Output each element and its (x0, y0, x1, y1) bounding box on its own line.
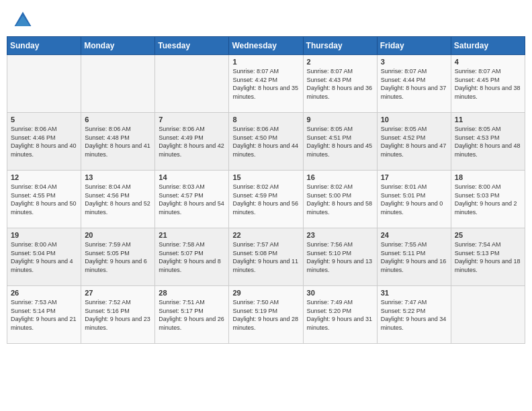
calendar-cell (81, 55, 155, 113)
day-number: 8 (232, 116, 299, 124)
calendar-cell: 29Sunrise: 7:50 AMSunset: 5:19 PMDayligh… (229, 286, 303, 344)
day-info: Sunrise: 7:57 AMSunset: 5:08 PMDaylight:… (232, 240, 299, 274)
day-info: Sunrise: 7:58 AMSunset: 5:07 PMDaylight:… (159, 240, 225, 274)
calendar-cell: 30Sunrise: 7:49 AMSunset: 5:20 PMDayligh… (303, 286, 377, 344)
calendar-cell: 10Sunrise: 8:05 AMSunset: 4:52 PMDayligh… (377, 113, 451, 171)
day-number: 23 (307, 231, 373, 239)
day-number: 24 (381, 231, 447, 239)
day-number: 1 (232, 58, 299, 66)
day-number: 12 (11, 173, 77, 181)
weekday-header: Wednesday (229, 37, 303, 55)
day-info: Sunrise: 7:54 AMSunset: 5:13 PMDaylight:… (455, 240, 521, 274)
calendar-cell: 31Sunrise: 7:47 AMSunset: 5:22 PMDayligh… (377, 286, 451, 344)
day-info: Sunrise: 7:51 AMSunset: 5:17 PMDaylight:… (159, 298, 225, 332)
calendar-cell: 12Sunrise: 8:04 AMSunset: 4:55 PMDayligh… (7, 171, 81, 228)
day-info: Sunrise: 8:01 AMSunset: 5:01 PMDaylight:… (381, 183, 447, 216)
calendar-cell: 14Sunrise: 8:03 AMSunset: 4:57 PMDayligh… (155, 171, 229, 228)
day-number: 29 (232, 289, 299, 297)
calendar-cell (155, 55, 229, 113)
calendar-cell: 28Sunrise: 7:51 AMSunset: 5:17 PMDayligh… (155, 286, 229, 344)
calendar-cell: 24Sunrise: 7:55 AMSunset: 5:11 PMDayligh… (377, 228, 451, 286)
day-info: Sunrise: 8:06 AMSunset: 4:50 PMDaylight:… (232, 125, 299, 158)
day-number: 10 (381, 116, 447, 124)
calendar-cell: 8Sunrise: 8:06 AMSunset: 4:50 PMDaylight… (229, 113, 303, 171)
day-number: 27 (85, 289, 151, 297)
day-number: 19 (11, 231, 77, 239)
day-number: 7 (159, 116, 225, 124)
calendar-cell: 23Sunrise: 7:56 AMSunset: 5:10 PMDayligh… (303, 228, 377, 286)
weekday-header: Tuesday (155, 37, 229, 55)
weekday-header: Sunday (7, 37, 81, 55)
calendar-cell: 2Sunrise: 8:07 AMSunset: 4:43 PMDaylight… (303, 55, 377, 113)
day-info: Sunrise: 8:03 AMSunset: 4:57 PMDaylight:… (159, 183, 225, 216)
calendar-cell (451, 286, 525, 344)
weekday-row: SundayMondayTuesdayWednesdayThursdayFrid… (7, 37, 525, 55)
calendar-cell: 7Sunrise: 8:06 AMSunset: 4:49 PMDaylight… (155, 113, 229, 171)
day-number: 31 (381, 289, 447, 297)
calendar-cell: 13Sunrise: 8:04 AMSunset: 4:56 PMDayligh… (81, 171, 155, 228)
day-info: Sunrise: 7:47 AMSunset: 5:22 PMDaylight:… (381, 298, 447, 332)
page: SundayMondayTuesdayWednesdayThursdayFrid… (0, 0, 532, 411)
calendar-week-row: 19Sunrise: 8:00 AMSunset: 5:04 PMDayligh… (7, 228, 525, 286)
calendar-table: SundayMondayTuesdayWednesdayThursdayFrid… (7, 36, 525, 344)
day-number: 26 (11, 289, 77, 297)
day-info: Sunrise: 8:04 AMSunset: 4:56 PMDaylight:… (85, 183, 151, 216)
day-number: 25 (455, 231, 521, 239)
calendar-cell: 11Sunrise: 8:05 AMSunset: 4:53 PMDayligh… (451, 113, 525, 171)
day-number: 6 (85, 116, 151, 124)
day-info: Sunrise: 7:55 AMSunset: 5:11 PMDaylight:… (381, 240, 447, 274)
day-info: Sunrise: 8:06 AMSunset: 4:46 PMDaylight:… (11, 125, 77, 158)
day-info: Sunrise: 7:50 AMSunset: 5:19 PMDaylight:… (232, 298, 299, 332)
calendar-week-row: 5Sunrise: 8:06 AMSunset: 4:46 PMDaylight… (7, 113, 525, 171)
day-info: Sunrise: 8:05 AMSunset: 4:52 PMDaylight:… (381, 125, 447, 158)
day-info: Sunrise: 8:00 AMSunset: 5:04 PMDaylight:… (11, 240, 77, 274)
calendar-cell (7, 55, 81, 113)
calendar-body: 1Sunrise: 8:07 AMSunset: 4:42 PMDaylight… (7, 55, 525, 344)
calendar: SundayMondayTuesdayWednesdayThursdayFrid… (0, 36, 532, 411)
day-number: 11 (455, 116, 521, 124)
day-info: Sunrise: 8:05 AMSunset: 4:53 PMDaylight:… (455, 125, 521, 158)
calendar-cell: 26Sunrise: 7:53 AMSunset: 5:14 PMDayligh… (7, 286, 81, 344)
day-number: 30 (307, 289, 373, 297)
day-info: Sunrise: 7:53 AMSunset: 5:14 PMDaylight:… (11, 298, 77, 332)
calendar-cell: 17Sunrise: 8:01 AMSunset: 5:01 PMDayligh… (377, 171, 451, 228)
day-info: Sunrise: 8:06 AMSunset: 4:48 PMDaylight:… (85, 125, 151, 158)
day-number: 5 (11, 116, 77, 124)
day-info: Sunrise: 8:02 AMSunset: 4:59 PMDaylight:… (232, 183, 299, 216)
day-number: 9 (307, 116, 373, 124)
day-number: 13 (85, 173, 151, 181)
day-number: 14 (159, 173, 225, 181)
day-info: Sunrise: 8:02 AMSunset: 5:00 PMDaylight:… (307, 183, 373, 216)
calendar-cell: 25Sunrise: 7:54 AMSunset: 5:13 PMDayligh… (451, 228, 525, 286)
day-number: 28 (159, 289, 225, 297)
calendar-cell: 15Sunrise: 8:02 AMSunset: 4:59 PMDayligh… (229, 171, 303, 228)
logo (12, 9, 36, 31)
calendar-cell: 18Sunrise: 8:00 AMSunset: 5:03 PMDayligh… (451, 171, 525, 228)
day-info: Sunrise: 8:06 AMSunset: 4:49 PMDaylight:… (159, 125, 225, 158)
calendar-cell: 3Sunrise: 8:07 AMSunset: 4:44 PMDaylight… (377, 55, 451, 113)
header (0, 0, 532, 36)
calendar-cell: 5Sunrise: 8:06 AMSunset: 4:46 PMDaylight… (7, 113, 81, 171)
day-number: 15 (232, 173, 299, 181)
day-number: 21 (159, 231, 225, 239)
day-number: 20 (85, 231, 151, 239)
day-info: Sunrise: 7:59 AMSunset: 5:05 PMDaylight:… (85, 240, 151, 274)
day-info: Sunrise: 8:04 AMSunset: 4:55 PMDaylight:… (11, 183, 77, 216)
day-info: Sunrise: 8:00 AMSunset: 5:03 PMDaylight:… (455, 183, 521, 216)
weekday-header: Thursday (303, 37, 377, 55)
calendar-cell: 16Sunrise: 8:02 AMSunset: 5:00 PMDayligh… (303, 171, 377, 228)
day-number: 18 (455, 173, 521, 181)
calendar-cell: 1Sunrise: 8:07 AMSunset: 4:42 PMDaylight… (229, 55, 303, 113)
day-info: Sunrise: 7:49 AMSunset: 5:20 PMDaylight:… (307, 298, 373, 332)
weekday-header: Monday (81, 37, 155, 55)
day-number: 22 (232, 231, 299, 239)
calendar-cell: 9Sunrise: 8:05 AMSunset: 4:51 PMDaylight… (303, 113, 377, 171)
day-number: 3 (381, 58, 447, 66)
day-number: 16 (307, 173, 373, 181)
day-info: Sunrise: 8:07 AMSunset: 4:45 PMDaylight:… (455, 67, 521, 101)
calendar-week-row: 12Sunrise: 8:04 AMSunset: 4:55 PMDayligh… (7, 171, 525, 228)
day-number: 17 (381, 173, 447, 181)
day-info: Sunrise: 8:07 AMSunset: 4:43 PMDaylight:… (307, 67, 373, 101)
calendar-week-row: 26Sunrise: 7:53 AMSunset: 5:14 PMDayligh… (7, 286, 525, 344)
day-info: Sunrise: 7:56 AMSunset: 5:10 PMDaylight:… (307, 240, 373, 274)
